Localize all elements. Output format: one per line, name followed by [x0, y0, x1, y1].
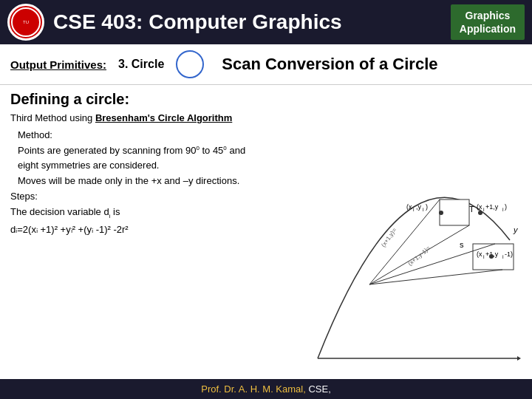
- svg-rect-1: [440, 200, 469, 225]
- steps-line: Steps:: [10, 189, 328, 205]
- header: TU CSE 403: Computer Graphics Graphics A…: [0, 0, 532, 44]
- logo-inner: TU: [11, 7, 41, 37]
- formula-line: dᵢ=2(xᵢ +1)² +yᵢ² +(yᵢ -1)² -2r²: [10, 222, 328, 238]
- diagram-area: T (x i ,y i ) (x i +1,y i ) (x i +1,y i …: [296, 129, 532, 395]
- footer-text-yellow: Prof. Dr. A. H. M. Kamal,: [201, 383, 306, 395]
- method-line: Method:: [18, 128, 328, 143]
- svg-point-29: [439, 211, 443, 215]
- svg-point-30: [478, 211, 482, 215]
- content-body: Third Method using Bresenham's Circle Al…: [10, 111, 328, 238]
- header-badge: Graphics Application: [451, 4, 525, 40]
- logo-text: TU: [23, 20, 29, 25]
- output-primitives-label: Output Primitives:: [10, 58, 106, 71]
- eight-sym-line: eight symmetries are considered.: [18, 158, 328, 174]
- circle-label: 3. Circle: [118, 58, 164, 71]
- svg-text:(x: (x: [477, 250, 482, 258]
- decision-line: The decision variable di is: [10, 205, 328, 221]
- circle-icon: [176, 50, 204, 78]
- footer: Prof. Dr. A. H. M. Kamal, CSE,: [0, 379, 532, 399]
- svg-point-31: [489, 254, 494, 259]
- main-content: Defining a circle: Third Method using Br…: [0, 85, 532, 241]
- svg-text:(x: (x: [406, 203, 412, 211]
- footer-text-white: CSE,: [306, 383, 331, 395]
- defining-title: Defining a circle:: [10, 91, 522, 108]
- svg-text:): ): [426, 203, 428, 211]
- sub-header: Output Primitives: 3. Circle Scan Conver…: [0, 44, 532, 85]
- third-method-line: Third Method using Bresenham's Circle Al…: [10, 111, 328, 126]
- svg-text:T: T: [469, 205, 474, 214]
- svg-text:-1): -1): [505, 250, 513, 258]
- header-title: CSE 403: Computer Graphics: [53, 10, 451, 34]
- svg-text:+1,y: +1,y: [485, 203, 499, 211]
- diagram-svg: T (x i ,y i ) (x i +1,y i ) (x i +1,y i …: [296, 129, 525, 381]
- points-line: Points are generated by scanning from 90…: [18, 143, 328, 159]
- svg-text:,y: ,y: [416, 203, 422, 211]
- svg-text:): ): [505, 203, 507, 211]
- svg-text:(x: (x: [477, 203, 482, 211]
- svg-text:s: s: [460, 240, 464, 249]
- logo: TU: [7, 4, 44, 41]
- scan-conversion-title: Scan Conversion of a Circle: [222, 55, 437, 74]
- moves-line: Moves will be made only in the +x and –y…: [18, 174, 328, 189]
